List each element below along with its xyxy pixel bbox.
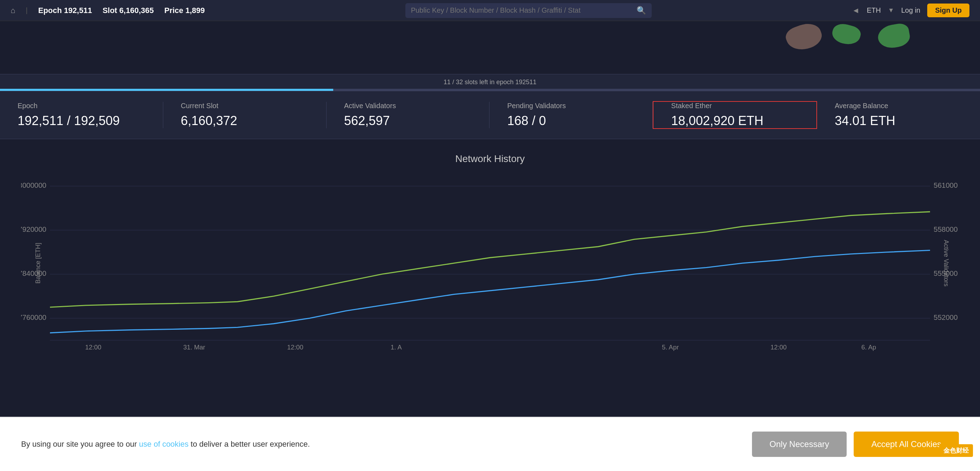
pending-validators-value: 168 / 0 (507, 113, 546, 128)
cookie-text-before: By using our site you agree to our (21, 440, 139, 449)
cookie-text: By using our site you agree to our use o… (21, 440, 310, 449)
epoch-progress: 11 / 32 slots left in epoch 192511 (0, 74, 980, 91)
epoch-stat: Epoch 192,511 (38, 6, 92, 15)
svg-text:6. Ap: 6. Ap (861, 343, 876, 351)
chart-title: Network History (21, 153, 959, 164)
active-validators-stat-item: Active Validators 562,597 (326, 102, 490, 128)
epoch-value: 192,511 / 192,509 (18, 113, 119, 128)
svg-text:5. Apr: 5. Apr (662, 343, 679, 351)
stats-row: Epoch 192,511 / 192,509 Current Slot 6,1… (0, 91, 980, 139)
active-validators-label: Active Validators (344, 102, 396, 110)
current-slot-label: Current Slot (181, 102, 218, 110)
login-button[interactable]: Log in (901, 6, 921, 14)
current-slot-stat-item: Current Slot 6,160,372 (163, 102, 326, 128)
only-necessary-button[interactable]: Only Necessary (752, 431, 846, 457)
decorative-area (0, 21, 980, 74)
network-history-chart: 18000000 17920000 17840000 17760000 5610… (21, 175, 959, 351)
watermark: 金色财经 (939, 444, 973, 457)
staked-ether-label: Staked Ether (671, 102, 712, 110)
home-icon[interactable]: ⌂ (11, 6, 15, 15)
search-input[interactable] (411, 6, 633, 14)
svg-text:17840000: 17840000 (21, 269, 46, 277)
chart-wrapper: Balance [ETH] 18000000 17920000 17840000… (21, 175, 959, 351)
progress-track (0, 89, 980, 91)
nav-separator: | (26, 6, 27, 14)
current-slot-value: 6,160,372 (181, 113, 237, 128)
epoch-stat-item: Epoch 192,511 / 192,509 (0, 102, 163, 128)
deco-blob-3 (876, 22, 912, 50)
deco-blob-2 (830, 21, 862, 48)
staked-ether-value: 18,002,920 ETH (671, 113, 763, 128)
average-balance-label: Average Balance (835, 102, 888, 110)
average-balance-value: 34.01 ETH (835, 113, 895, 128)
eth-selector[interactable]: ETH (867, 6, 881, 14)
nav-arrow-left[interactable]: ◄ (852, 6, 860, 15)
y-axis-right-label: Active Validators (942, 240, 950, 287)
svg-text:12:00: 12:00 (85, 343, 101, 351)
cookie-text-after: to deliver a better user experience. (189, 440, 310, 449)
progress-label: 11 / 32 slots left in epoch 192511 (0, 74, 980, 89)
svg-text:1. A: 1. A (391, 343, 402, 351)
staked-ether-stat-item: Staked Ether 18,002,920 ETH (653, 101, 817, 129)
epoch-label: Epoch (18, 102, 38, 110)
active-validators-value: 562,597 (344, 113, 390, 128)
chart-section: Network History Balance [ETH] 18000000 1… (0, 139, 980, 358)
svg-text:12:00: 12:00 (770, 343, 786, 351)
svg-text:17760000: 17760000 (21, 313, 46, 321)
cookie-buttons: Only Necessary Accept All Cookies (752, 431, 959, 457)
slot-stat: Slot 6,160,365 (102, 6, 154, 15)
svg-text:552000: 552000 (934, 313, 958, 321)
decorative-shapes (786, 25, 910, 49)
cookie-link[interactable]: use of cookies (139, 440, 189, 449)
y-axis-left-label: Balance [ETH] (35, 243, 42, 284)
svg-text:561000: 561000 (934, 181, 958, 189)
search-box[interactable]: 🔍 (406, 3, 652, 18)
cookie-banner: By using our site you agree to our use o… (0, 417, 980, 471)
nav-right: ◄ ETH ▼ Log in Sign Up (852, 3, 969, 17)
signup-button[interactable]: Sign Up (927, 3, 969, 17)
pending-validators-stat-item: Pending Validators 168 / 0 (490, 102, 653, 128)
svg-text:18000000: 18000000 (21, 181, 46, 189)
svg-text:17920000: 17920000 (21, 225, 46, 233)
progress-fill (0, 89, 333, 91)
price-stat: Price 1,899 (164, 6, 205, 15)
top-navigation: ⌂ | Epoch 192,511 Slot 6,160,365 Price 1… (0, 0, 980, 21)
svg-text:31. Mar: 31. Mar (183, 343, 205, 351)
pending-validators-label: Pending Validators (507, 102, 565, 110)
deco-blob-1 (783, 19, 825, 54)
svg-text:12:00: 12:00 (287, 343, 303, 351)
svg-text:558000: 558000 (934, 225, 958, 233)
search-icon[interactable]: 🔍 (636, 6, 646, 15)
average-balance-stat-item: Average Balance 34.01 ETH (817, 102, 980, 128)
eth-dropdown-icon[interactable]: ▼ (888, 7, 894, 14)
